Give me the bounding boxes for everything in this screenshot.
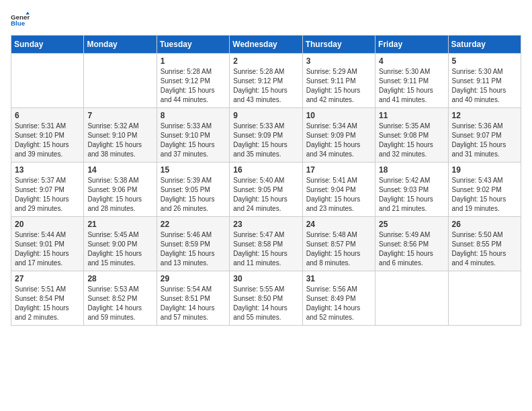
day-number: 13 (15, 165, 80, 175)
calendar-day-27: 27Sunrise: 5:51 AM Sunset: 8:54 PM Dayli… (11, 271, 84, 326)
calendar-day-19: 19Sunrise: 5:43 AM Sunset: 9:02 PM Dayli… (448, 163, 521, 217)
day-info: Sunrise: 5:37 AM Sunset: 9:07 PM Dayligh… (15, 176, 80, 214)
calendar-day-1: 1Sunrise: 5:28 AM Sunset: 9:12 PM Daylig… (157, 54, 229, 108)
calendar-day-30: 30Sunrise: 5:55 AM Sunset: 8:50 PM Dayli… (230, 271, 302, 326)
calendar-day-31: 31Sunrise: 5:56 AM Sunset: 8:49 PM Dayli… (302, 271, 375, 326)
day-info: Sunrise: 5:49 AM Sunset: 8:56 PM Dayligh… (379, 230, 444, 268)
day-number: 21 (87, 220, 152, 229)
calendar-day-16: 16Sunrise: 5:40 AM Sunset: 9:05 PM Dayli… (230, 163, 302, 217)
day-number: 29 (161, 274, 226, 283)
calendar-header-friday: Friday (375, 36, 448, 54)
day-info: Sunrise: 5:48 AM Sunset: 8:57 PM Dayligh… (306, 230, 371, 268)
calendar-body: 1Sunrise: 5:28 AM Sunset: 9:12 PM Daylig… (11, 54, 521, 326)
day-number: 10 (306, 111, 371, 120)
calendar-empty-cell (375, 271, 448, 326)
calendar-day-22: 22Sunrise: 5:46 AM Sunset: 8:59 PM Dayli… (157, 217, 229, 271)
calendar-week-row: 20Sunrise: 5:44 AM Sunset: 9:01 PM Dayli… (11, 217, 521, 271)
calendar-day-28: 28Sunrise: 5:53 AM Sunset: 8:52 PM Dayli… (84, 271, 157, 326)
day-number: 3 (306, 56, 371, 66)
calendar-day-3: 3Sunrise: 5:29 AM Sunset: 9:11 PM Daylig… (302, 54, 375, 108)
day-info: Sunrise: 5:35 AM Sunset: 9:08 PM Dayligh… (379, 122, 444, 159)
day-info: Sunrise: 5:28 AM Sunset: 9:12 PM Dayligh… (233, 67, 298, 105)
calendar-week-row: 27Sunrise: 5:51 AM Sunset: 8:54 PM Dayli… (11, 271, 521, 326)
day-info: Sunrise: 5:30 AM Sunset: 9:11 PM Dayligh… (379, 67, 444, 105)
calendar-empty-cell (11, 54, 84, 108)
day-info: Sunrise: 5:36 AM Sunset: 9:07 PM Dayligh… (452, 122, 517, 159)
svg-text:Blue: Blue (11, 19, 26, 27)
day-info: Sunrise: 5:55 AM Sunset: 8:50 PM Dayligh… (233, 285, 298, 322)
day-info: Sunrise: 5:53 AM Sunset: 8:52 PM Dayligh… (87, 285, 152, 322)
day-number: 6 (15, 111, 80, 120)
day-number: 22 (161, 220, 226, 229)
calendar-day-11: 11Sunrise: 5:35 AM Sunset: 9:08 PM Dayli… (375, 108, 448, 163)
day-info: Sunrise: 5:42 AM Sunset: 9:03 PM Dayligh… (379, 176, 444, 214)
calendar-day-8: 8Sunrise: 5:33 AM Sunset: 9:10 PM Daylig… (157, 108, 229, 163)
calendar-header-sunday: Sunday (11, 36, 84, 54)
day-number: 12 (452, 111, 517, 120)
calendar-day-23: 23Sunrise: 5:47 AM Sunset: 8:58 PM Dayli… (230, 217, 302, 271)
logo: General Blue (11, 11, 30, 30)
day-number: 14 (87, 165, 152, 175)
day-number: 26 (452, 220, 517, 229)
calendar-day-14: 14Sunrise: 5:38 AM Sunset: 9:06 PM Dayli… (84, 163, 157, 217)
calendar-header-wednesday: Wednesday (230, 36, 302, 54)
calendar-day-17: 17Sunrise: 5:41 AM Sunset: 9:04 PM Dayli… (302, 163, 375, 217)
calendar-day-2: 2Sunrise: 5:28 AM Sunset: 9:12 PM Daylig… (230, 54, 302, 108)
day-number: 9 (233, 111, 298, 120)
day-number: 8 (161, 111, 226, 120)
day-info: Sunrise: 5:39 AM Sunset: 9:05 PM Dayligh… (161, 176, 226, 214)
calendar-empty-cell (448, 271, 521, 326)
calendar-empty-cell (84, 54, 157, 108)
calendar-header-tuesday: Tuesday (157, 36, 229, 54)
day-number: 5 (452, 56, 517, 66)
calendar-day-20: 20Sunrise: 5:44 AM Sunset: 9:01 PM Dayli… (11, 217, 84, 271)
calendar-week-row: 6Sunrise: 5:31 AM Sunset: 9:10 PM Daylig… (11, 108, 521, 163)
day-info: Sunrise: 5:33 AM Sunset: 9:09 PM Dayligh… (233, 122, 298, 159)
day-number: 18 (379, 165, 444, 175)
day-number: 19 (452, 165, 517, 175)
calendar-day-25: 25Sunrise: 5:49 AM Sunset: 8:56 PM Dayli… (375, 217, 448, 271)
day-info: Sunrise: 5:46 AM Sunset: 8:59 PM Dayligh… (161, 230, 226, 268)
day-info: Sunrise: 5:29 AM Sunset: 9:11 PM Dayligh… (306, 67, 371, 105)
day-number: 11 (379, 111, 444, 120)
day-number: 16 (233, 165, 298, 175)
day-info: Sunrise: 5:40 AM Sunset: 9:05 PM Dayligh… (233, 176, 298, 214)
day-number: 1 (161, 56, 226, 66)
day-info: Sunrise: 5:51 AM Sunset: 8:54 PM Dayligh… (15, 285, 80, 322)
day-number: 25 (379, 220, 444, 229)
day-number: 24 (306, 220, 371, 229)
day-number: 7 (87, 111, 152, 120)
day-number: 28 (87, 274, 152, 283)
day-info: Sunrise: 5:54 AM Sunset: 8:51 PM Dayligh… (161, 285, 226, 322)
day-info: Sunrise: 5:41 AM Sunset: 9:04 PM Dayligh… (306, 176, 371, 214)
calendar-day-12: 12Sunrise: 5:36 AM Sunset: 9:07 PM Dayli… (448, 108, 521, 163)
calendar-week-row: 1Sunrise: 5:28 AM Sunset: 9:12 PM Daylig… (11, 54, 521, 108)
day-number: 30 (233, 274, 298, 283)
day-info: Sunrise: 5:47 AM Sunset: 8:58 PM Dayligh… (233, 230, 298, 268)
calendar-header-row: SundayMondayTuesdayWednesdayThursdayFrid… (11, 36, 521, 54)
calendar-day-26: 26Sunrise: 5:50 AM Sunset: 8:55 PM Dayli… (448, 217, 521, 271)
day-info: Sunrise: 5:38 AM Sunset: 9:06 PM Dayligh… (87, 176, 152, 214)
calendar-day-21: 21Sunrise: 5:45 AM Sunset: 9:00 PM Dayli… (84, 217, 157, 271)
day-info: Sunrise: 5:45 AM Sunset: 9:00 PM Dayligh… (87, 230, 152, 268)
page-header: General Blue (11, 11, 521, 30)
day-info: Sunrise: 5:34 AM Sunset: 9:09 PM Dayligh… (306, 122, 371, 159)
calendar-day-29: 29Sunrise: 5:54 AM Sunset: 8:51 PM Dayli… (157, 271, 229, 326)
day-number: 20 (15, 220, 80, 229)
calendar-week-row: 13Sunrise: 5:37 AM Sunset: 9:07 PM Dayli… (11, 163, 521, 217)
calendar-day-15: 15Sunrise: 5:39 AM Sunset: 9:05 PM Dayli… (157, 163, 229, 217)
calendar-day-10: 10Sunrise: 5:34 AM Sunset: 9:09 PM Dayli… (302, 108, 375, 163)
calendar-day-13: 13Sunrise: 5:37 AM Sunset: 9:07 PM Dayli… (11, 163, 84, 217)
day-number: 31 (306, 274, 371, 283)
day-info: Sunrise: 5:50 AM Sunset: 8:55 PM Dayligh… (452, 230, 517, 268)
day-info: Sunrise: 5:56 AM Sunset: 8:49 PM Dayligh… (306, 285, 371, 322)
day-number: 17 (306, 165, 371, 175)
calendar-day-6: 6Sunrise: 5:31 AM Sunset: 9:10 PM Daylig… (11, 108, 84, 163)
day-info: Sunrise: 5:32 AM Sunset: 9:10 PM Dayligh… (87, 122, 152, 159)
calendar-day-7: 7Sunrise: 5:32 AM Sunset: 9:10 PM Daylig… (84, 108, 157, 163)
day-info: Sunrise: 5:31 AM Sunset: 9:10 PM Dayligh… (15, 122, 80, 159)
day-info: Sunrise: 5:30 AM Sunset: 9:11 PM Dayligh… (452, 67, 517, 105)
calendar-header-monday: Monday (84, 36, 157, 54)
calendar-day-9: 9Sunrise: 5:33 AM Sunset: 9:09 PM Daylig… (230, 108, 302, 163)
calendar-day-18: 18Sunrise: 5:42 AM Sunset: 9:03 PM Dayli… (375, 163, 448, 217)
